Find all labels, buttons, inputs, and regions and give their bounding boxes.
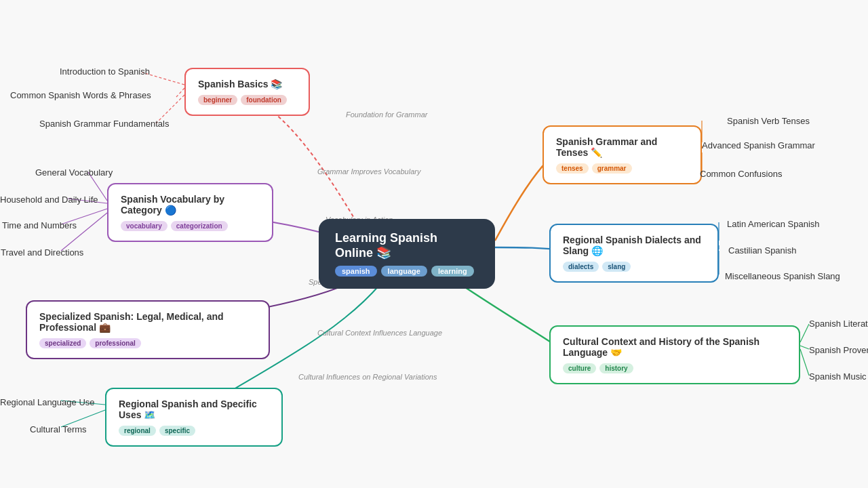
node-cultural[interactable]: Cultural Context and History of the Span… bbox=[549, 325, 800, 384]
node-grammar-title: Spanish Grammar and Tenses ✏️ bbox=[556, 136, 688, 158]
node-regional-title: Regional Spanish and Specific Uses 🗺️ bbox=[119, 399, 269, 420]
leaf-confusions: Common Confusions bbox=[700, 169, 782, 179]
mindmap: Learning Spanish Online 📚 spanish langua… bbox=[0, 0, 868, 488]
tag-spanish: spanish bbox=[335, 266, 377, 277]
leaf-common-words: Common Spanish Words & Phrases bbox=[10, 90, 151, 100]
node-basics-tags: beginner foundation bbox=[198, 95, 296, 105]
node-vocab-title: Spanish Vocabulary by Category 🔵 bbox=[121, 194, 260, 216]
node-dialects-title: Regional Spanish Dialects and Slang 🌐 bbox=[563, 235, 705, 256]
edge-label-cultural-regional: Cultural Influences on Regional Variatio… bbox=[298, 373, 437, 381]
leaf-latin-am: Latin American Spanish bbox=[727, 219, 820, 229]
node-specialized[interactable]: Specialized Spanish: Legal, Medical, and… bbox=[26, 300, 270, 359]
tag-dialects: dialects bbox=[563, 262, 599, 272]
leaf-misc-slang: Miscellaneous Spanish Slang bbox=[725, 271, 840, 281]
tag-language: language bbox=[381, 266, 427, 277]
leaf-literature: Spanish Literature bbox=[809, 319, 868, 329]
svg-line-14 bbox=[800, 346, 809, 349]
tag-slang: slang bbox=[602, 262, 631, 272]
leaf-adv-grammar: Advanced Spanish Grammar bbox=[702, 140, 815, 150]
svg-line-1 bbox=[176, 88, 184, 97]
leaf-cultural-terms: Cultural Terms bbox=[30, 424, 87, 434]
tag-specialized: specialized bbox=[39, 338, 86, 348]
tag-culture: culture bbox=[563, 363, 596, 373]
node-basics[interactable]: Spanish Basics 📚 beginner foundation bbox=[184, 68, 310, 116]
node-regional[interactable]: Regional Spanish and Specific Uses 🗺️ re… bbox=[105, 388, 283, 447]
tag-history: history bbox=[599, 363, 633, 373]
node-cultural-tags: culture history bbox=[563, 363, 787, 373]
central-title: Learning Spanish Online 📚 bbox=[335, 231, 479, 260]
node-dialects-tags: dialects slang bbox=[563, 262, 705, 272]
node-specialized-title: Specialized Spanish: Legal, Medical, and… bbox=[39, 311, 256, 333]
tag-learning: learning bbox=[431, 266, 474, 277]
tag-beginner: beginner bbox=[198, 95, 237, 105]
node-vocab[interactable]: Spanish Vocabulary by Category 🔵 vocabul… bbox=[107, 183, 273, 242]
edge-label-grammar-vocab: Grammar Improves Vocabulary bbox=[317, 167, 420, 176]
leaf-general-vocab: General Vocabulary bbox=[35, 167, 113, 178]
svg-line-15 bbox=[800, 349, 809, 375]
node-regional-tags: regional specific bbox=[119, 426, 269, 436]
central-node[interactable]: Learning Spanish Online 📚 spanish langua… bbox=[319, 219, 495, 289]
node-grammar[interactable]: Spanish Grammar and Tenses ✏️ tenses gra… bbox=[542, 125, 702, 184]
svg-line-6 bbox=[61, 213, 107, 251]
tag-foundation: foundation bbox=[241, 95, 287, 105]
leaf-regional-lang: Regional Language Use bbox=[0, 397, 95, 407]
node-cultural-title: Cultural Context and History of the Span… bbox=[563, 336, 787, 358]
tag-regional: regional bbox=[119, 426, 156, 436]
leaf-music: Spanish Music bbox=[809, 371, 867, 382]
leaf-intro: Introduction to Spanish bbox=[60, 66, 150, 77]
tag-categorization: categorization bbox=[171, 221, 228, 231]
central-tags: spanish language learning bbox=[335, 266, 479, 277]
edge-label-foundation: Foundation for Grammar bbox=[346, 110, 427, 119]
tag-professional: professional bbox=[90, 338, 140, 348]
tag-vocabulary: vocabulary bbox=[121, 221, 167, 231]
leaf-travel: Travel and Directions bbox=[1, 247, 83, 258]
node-specialized-tags: specialized professional bbox=[39, 338, 256, 348]
node-dialects[interactable]: Regional Spanish Dialects and Slang 🌐 di… bbox=[549, 224, 719, 283]
tag-grammar: grammar bbox=[592, 163, 632, 174]
edge-label-cultural-context: Cultural Context Influences Language bbox=[317, 329, 442, 337]
node-basics-title: Spanish Basics 📚 bbox=[198, 79, 296, 89]
leaf-time: Time and Numbers bbox=[2, 220, 77, 230]
tag-specific: specific bbox=[159, 426, 195, 436]
leaf-castilian: Castilian Spanish bbox=[728, 245, 796, 256]
leaf-grammar-fund: Spanish Grammar Fundamentals bbox=[39, 119, 169, 129]
leaf-verb-tenses: Spanish Verb Tenses bbox=[727, 116, 810, 126]
svg-line-13 bbox=[800, 324, 809, 342]
leaf-proverbs: Spanish Proverbs bbox=[809, 345, 868, 355]
node-grammar-tags: tenses grammar bbox=[556, 163, 688, 174]
node-vocab-tags: vocabulary categorization bbox=[121, 221, 260, 231]
leaf-household: Household and Daily Life bbox=[0, 195, 98, 205]
tag-tenses: tenses bbox=[556, 163, 589, 174]
